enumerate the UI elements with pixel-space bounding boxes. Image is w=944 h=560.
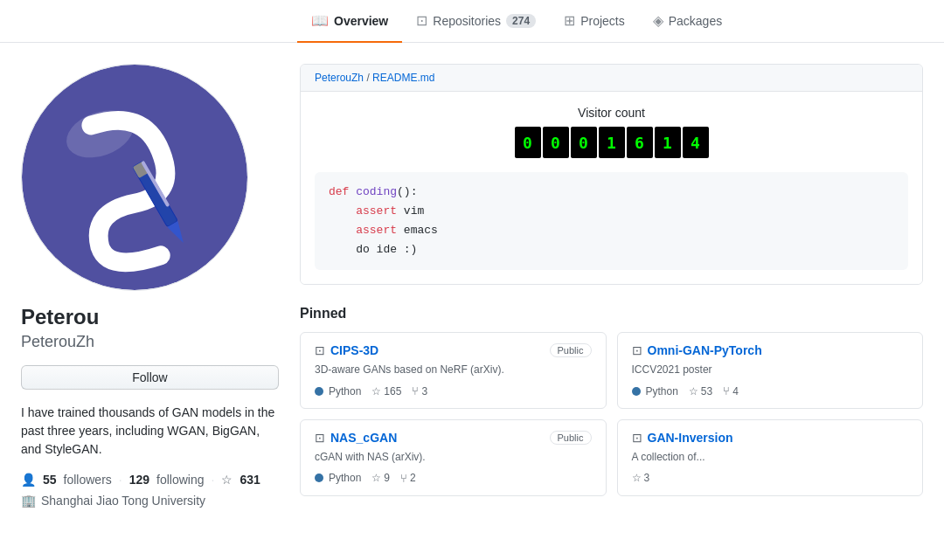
sidebar: Peterou PeterouZh Follow I have trained …: [21, 64, 279, 515]
pinned-card-header-3: ⊡ NAS_cGAN Public: [315, 431, 592, 445]
star-icon-3: [371, 472, 381, 484]
following-count-link[interactable]: 129: [129, 473, 149, 487]
repo-meta-1: Python 165 3: [315, 384, 592, 398]
star-icon-2: [689, 385, 698, 398]
digit-6: 4: [683, 127, 709, 158]
star-count-link[interactable]: 631: [239, 473, 260, 487]
location-icon: 🏢: [21, 494, 36, 508]
location-row: 🏢 Shanghai Jiao Tong University: [21, 494, 279, 508]
repo-meta-3: Python 9 2: [315, 472, 592, 485]
pinned-card-header-4: ⊡ GAN-Inversion: [632, 431, 909, 445]
fork-icon-1: [412, 384, 419, 398]
repo-meta-4: 3: [632, 472, 909, 484]
bio-text: I have trained thousands of GAN models i…: [21, 404, 279, 459]
code-line-4: do ide :): [329, 240, 894, 259]
repositories-icon: ⊡: [416, 12, 427, 29]
tab-overview[interactable]: 📖 Overview: [297, 0, 402, 43]
following-label: following: [156, 473, 204, 487]
star-icon-1: [371, 385, 381, 398]
stars-item-3[interactable]: 9: [371, 472, 390, 484]
readme-card: PeterouZh / README.md Visitor count 0 0 …: [300, 64, 923, 285]
lang-dot-3: [315, 474, 323, 482]
forks-item-3[interactable]: 2: [400, 472, 416, 485]
lang-item-1: Python: [315, 385, 361, 398]
repo-icon-3: ⊡: [315, 431, 325, 445]
digit-0: 0: [515, 127, 541, 158]
pinned-card-nas-cgan: ⊡ NAS_cGAN Public cGAN with NAS (arXiv).…: [300, 419, 607, 496]
stars-item-4[interactable]: 3: [632, 472, 650, 484]
fork-count-3: 2: [410, 472, 416, 484]
repo-desc-4: A collection of...: [632, 450, 909, 465]
followers-count-link[interactable]: 55: [43, 473, 57, 487]
tab-packages[interactable]: ◈ Packages: [639, 0, 736, 43]
tab-projects-label: Projects: [580, 14, 625, 28]
repo-icon-4: ⊡: [632, 431, 642, 445]
fork-icon-3: [400, 472, 407, 485]
lang-item-2: Python: [632, 385, 678, 398]
repo-name-row-2: ⊡ Omni-GAN-PyTorch: [632, 343, 762, 357]
readme-header: PeterouZh / README.md: [301, 65, 922, 92]
profile-display-name: Peterou: [21, 305, 279, 329]
readme-body: Visitor count 0 0 0 1 6 1 4 def coding()…: [301, 92, 922, 284]
repo-name-link-2[interactable]: Omni-GAN-PyTorch: [648, 343, 762, 357]
stars-item-1[interactable]: 165: [371, 385, 401, 398]
lang-label-2: Python: [646, 385, 678, 398]
star-count-3: 9: [384, 472, 390, 484]
visitor-digits: 0 0 0 1 6 1 4: [315, 127, 908, 158]
packages-icon: ◈: [653, 12, 663, 29]
pinned-card-gan-inversion: ⊡ GAN-Inversion A collection of... 3: [617, 419, 924, 496]
stat-sep: ·: [119, 473, 122, 487]
lang-dot-2: [632, 387, 641, 396]
forks-item-2[interactable]: 4: [723, 384, 739, 398]
digit-4: 6: [627, 127, 653, 158]
repo-name-row-4: ⊡ GAN-Inversion: [632, 431, 733, 445]
tab-repositories-label: Repositories: [433, 14, 501, 28]
pinned-card-omni-gan: ⊡ Omni-GAN-PyTorch ICCV2021 poster Pytho…: [617, 332, 924, 409]
star-count-4: 3: [644, 472, 650, 484]
follow-button[interactable]: Follow: [21, 365, 279, 390]
readme-separator: /: [364, 72, 372, 84]
main-content: PeterouZh / README.md Visitor count 0 0 …: [300, 64, 923, 515]
lang-item-3: Python: [315, 472, 361, 484]
visitor-count-label: Visitor count: [315, 106, 908, 120]
readme-path-user[interactable]: PeterouZh: [315, 72, 364, 84]
tab-overview-label: Overview: [334, 14, 388, 28]
followers-icon: 👤: [21, 473, 36, 487]
pinned-section-title: Pinned: [300, 306, 923, 321]
fork-icon-2: [723, 384, 730, 398]
public-badge-3: Public: [550, 431, 592, 445]
digit-1: 0: [543, 127, 569, 158]
tab-repositories[interactable]: ⊡ Repositories 274: [402, 0, 550, 43]
repo-name-row-3: ⊡ NAS_cGAN: [315, 431, 397, 445]
stars-item-2[interactable]: 53: [689, 385, 712, 398]
profile-nav: 📖 Overview ⊡ Repositories 274 ⊞ Projects…: [0, 0, 944, 43]
forks-item-1[interactable]: 3: [412, 384, 427, 398]
fork-count-1: 3: [421, 385, 427, 398]
lang-label-3: Python: [329, 472, 361, 484]
main-layout: Peterou PeterouZh Follow I have trained …: [0, 43, 944, 515]
repo-desc-2: ICCV2021 poster: [632, 363, 909, 377]
repo-name-link-4[interactable]: GAN-Inversion: [648, 431, 733, 445]
repo-meta-2: Python 53 4: [632, 384, 909, 398]
star-count-1: 165: [384, 385, 401, 398]
repo-desc-1: 3D-aware GANs based on NeRF (arXiv).: [315, 363, 592, 377]
pinned-grid: ⊡ CIPS-3D Public 3D-aware GANs based on …: [300, 332, 923, 496]
repo-name-link-3[interactable]: NAS_cGAN: [330, 431, 397, 445]
star-icon-4: [632, 472, 642, 484]
tab-projects[interactable]: ⊞ Projects: [550, 0, 639, 43]
tab-packages-label: Packages: [669, 14, 722, 28]
lang-label-1: Python: [329, 385, 361, 398]
code-line-1: def coding():: [329, 183, 894, 202]
fork-count-2: 4: [732, 385, 739, 398]
repo-name-row-1: ⊡ CIPS-3D: [315, 343, 378, 357]
pinned-card-header-2: ⊡ Omni-GAN-PyTorch: [632, 343, 909, 357]
star-count-2: 53: [701, 385, 712, 398]
profile-username: PeterouZh: [21, 333, 279, 351]
repo-name-link-1[interactable]: CIPS-3D: [330, 343, 378, 357]
followers-label: followers: [64, 473, 112, 487]
readme-path-file[interactable]: README.md: [372, 72, 434, 84]
stats-row: 👤 55 followers · 129 following · ☆ 631: [21, 473, 279, 487]
stat-sep2: ·: [212, 473, 215, 487]
repo-desc-3: cGAN with NAS (arXiv).: [315, 450, 592, 465]
repo-icon-2: ⊡: [632, 343, 642, 357]
